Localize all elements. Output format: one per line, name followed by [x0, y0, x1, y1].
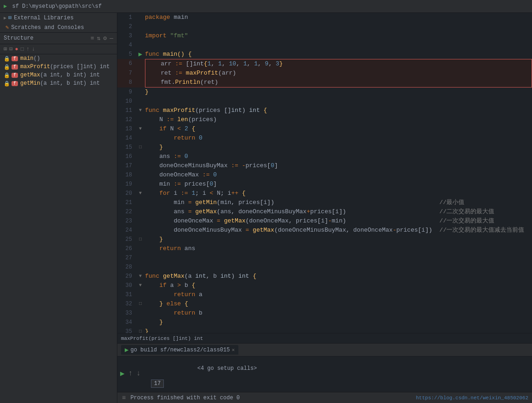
fold-icon-15[interactable]: □ — [139, 143, 142, 152]
badge-getmin: f — [12, 81, 18, 86]
code-line-16: 16 ans := 0 — [117, 152, 532, 161]
func-params-maxprofit: (prices []int) int — [50, 64, 110, 70]
hint-bar: maxProfit(prices []int) int — [117, 333, 532, 343]
code-line-6: 6 arr := []int{1, 1, 10, 1, 1, 9, 3} — [117, 59, 532, 69]
status-url: https://blog.csdn.net/weixin_48502062 — [416, 395, 528, 401]
lock-icon-maxprofit: 🔒 — [4, 64, 10, 70]
func-params-main: () — [34, 55, 40, 62]
lock-icon-getmin: 🔒 — [4, 81, 10, 87]
up-icon[interactable]: ↑ — [26, 46, 29, 53]
code-line-14: 14 return 0 — [117, 134, 532, 143]
sidebar-item-external-libraries[interactable]: ▶ ⊞ External Libraries — [0, 13, 117, 23]
code-line-12: 12 N := len(prices) — [117, 115, 532, 124]
code-line-28: 28 — [117, 263, 532, 272]
code-line-31: 31 return a — [117, 290, 532, 299]
fold-icon-20[interactable]: ▼ — [139, 189, 142, 198]
down-icon[interactable]: ↓ — [32, 46, 35, 53]
settings-icon[interactable]: ⚙ — [103, 35, 107, 42]
run-toolbar-row: ▶ ↑ ↓ <4 go setup calls> 17 — [117, 358, 532, 389]
expand-icon[interactable]: ⊞ — [4, 46, 7, 53]
status-text: Process finished with exit code 0 — [130, 395, 240, 401]
library-icon: ⊞ — [8, 14, 12, 21]
sort-alpha-icon[interactable]: ≡ — [91, 35, 94, 42]
code-line-2: 2 — [117, 22, 532, 31]
fold-icon-13[interactable]: ▼ — [139, 124, 142, 134]
setup-calls-text: <4 go setup calls> — [197, 365, 257, 372]
code-line-10: 10 — [117, 97, 532, 106]
func-params-getmax: (a int, b int) int — [40, 72, 100, 78]
code-line-30: 30 ▼ if a > b { — [117, 281, 532, 290]
output-number: 17 — [151, 380, 164, 388]
fold-icon-30[interactable]: ▼ — [139, 281, 142, 290]
run-output-area: <4 go setup calls> 17 — [144, 358, 532, 389]
project-icon: ▶ — [4, 3, 7, 10]
fold-icon-35[interactable]: □ — [139, 327, 142, 333]
code-line-18: 18 doneOnceMax := 0 — [117, 170, 532, 180]
code-line-25: 25 □ } — [117, 235, 532, 244]
code-line-17: 17 doneOnceMinusBuyMax := -prices[0] — [117, 161, 532, 170]
error-icon[interactable]: ● — [15, 46, 18, 53]
scroll-down-button[interactable]: ↓ — [135, 368, 142, 379]
code-editor[interactable]: 1 package main 2 3 import "fmt" — [117, 13, 532, 333]
code-line-3: 3 import "fmt" — [117, 31, 532, 41]
fold-icon-11[interactable]: ▼ — [139, 106, 142, 115]
top-bar: ▶ sf D:\mysetup\gopath\src\sf — [0, 0, 532, 13]
run-panel-header: ▶ go build sf/newclass2/class015 ✕ — [117, 344, 532, 356]
code-line-35: 35 □ } — [117, 327, 532, 333]
code-line-9: 9 } — [117, 88, 532, 97]
code-line-4: 4 — [117, 41, 532, 50]
lock-icon-main: 🔒 — [4, 56, 10, 62]
lock-icon-getmax: 🔒 — [4, 72, 10, 78]
scroll-up-button[interactable]: ↑ — [127, 368, 134, 379]
code-line-29: 29 ▼ func getMax(a int, b int) int { — [117, 272, 532, 281]
structure-item-maxprofit[interactable]: 🔒 f maxProfit (prices []int) int — [0, 63, 117, 71]
run-tab[interactable]: ▶ go build sf/newclass2/class015 ✕ — [121, 345, 238, 355]
output-number-row: 17 — [147, 379, 528, 389]
sort-icon[interactable]: ⇅ — [97, 35, 101, 42]
code-line-26: 26 return ans — [117, 244, 532, 253]
code-line-23: 23 doneOnceMax = getMax(doneOnceMax, pri… — [117, 216, 532, 226]
fold-icon-25[interactable]: □ — [139, 235, 142, 244]
scratch-icon: ✎ — [6, 24, 9, 31]
hint-text: maxProfit(prices []int) int — [121, 336, 203, 341]
code-line-32: 32 □ } else { — [117, 299, 532, 309]
sidebar-item-scratches[interactable]: ✎ Scratches and Consoles — [0, 23, 117, 32]
editor-area: 1 package main 2 3 import "fmt" — [117, 13, 532, 403]
status-line: ≡ Process finished with exit code 0 http… — [117, 392, 532, 403]
run-panel: ▶ go build sf/newclass2/class015 ✕ ▶ ↑ ↓… — [117, 343, 532, 403]
collapse-icon[interactable]: ⊟ — [9, 46, 12, 53]
code-line-19: 19 min := prices[0] — [117, 180, 532, 189]
func-name-getmax: getMax — [20, 72, 40, 78]
play-button[interactable]: ▶ — [119, 368, 126, 379]
setup-calls-line: <4 go setup calls> — [147, 358, 528, 379]
run-tab-label: go build sf/newclass2/class015 — [130, 347, 230, 353]
code-lines: 1 package main 2 3 import "fmt" — [117, 13, 532, 333]
run-button-line5[interactable]: ▶ — [139, 50, 142, 59]
code-line-20: 20 ▼ for i := 1; i < N; i++ { — [117, 189, 532, 198]
close-panel-icon[interactable]: — — [110, 35, 113, 42]
code-line-5: 5 ▶ func main() { — [117, 50, 532, 59]
func-name-getmin: getMin — [20, 80, 40, 87]
code-line-22: 22 ans = getMax(ans, doneOnceMinusBuyMax… — [117, 207, 532, 216]
sidebar-label-scratch: Scratches and Consoles — [11, 24, 84, 31]
code-line-34: 34 } — [117, 318, 532, 327]
structure-header: Structure ≡ ⇅ ⚙ — — [0, 33, 117, 44]
run-content: ▶ ↑ ↓ <4 go setup calls> 17 — [117, 356, 532, 392]
structure-panel: Structure ≡ ⇅ ⚙ — ⊞ ⊟ ● □ ↑ ↓ 🔒 f — [0, 32, 117, 403]
code-line-8: 8 fmt.Println(ret) — [117, 78, 532, 88]
status-icon[interactable]: ≡ — [121, 393, 127, 403]
image-icon[interactable]: □ — [21, 46, 24, 53]
badge-main: f — [12, 56, 18, 61]
structure-item-main[interactable]: 🔒 f main () — [0, 54, 117, 63]
code-line-11: 11 ▼ func maxProfit(prices []int) int { — [117, 106, 532, 115]
code-line-33: 33 return b — [117, 309, 532, 318]
run-tab-close[interactable]: ✕ — [231, 347, 235, 353]
func-name-maxprofit: maxProfit — [20, 64, 50, 70]
go-run-icon: ▶ — [125, 346, 128, 354]
badge-getmax: f — [12, 73, 18, 78]
structure-item-getmin[interactable]: 🔒 f getMin (a int, b int) int — [0, 79, 117, 88]
structure-item-getmax[interactable]: 🔒 f getMax (a int, b int) int — [0, 71, 117, 79]
fold-icon-29[interactable]: ▼ — [139, 272, 142, 281]
run-toolbar: ▶ ↑ ↓ — [117, 368, 144, 379]
fold-icon-32[interactable]: □ — [139, 299, 142, 309]
